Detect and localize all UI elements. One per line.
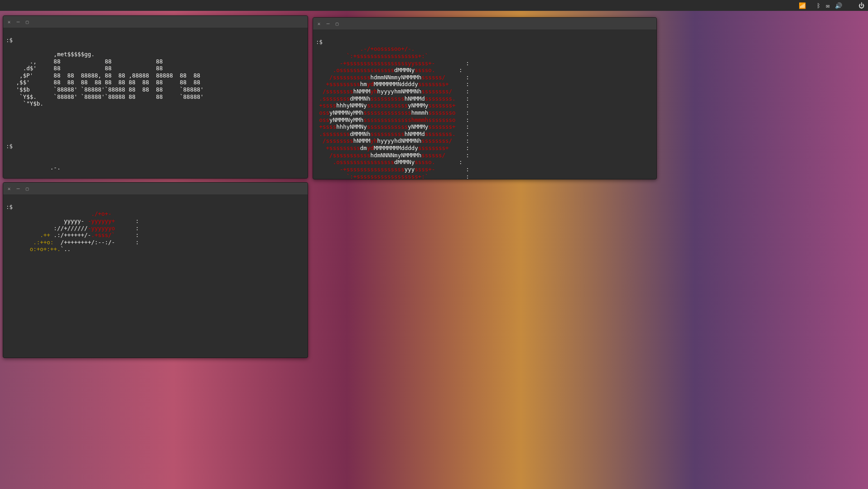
desktop: ✕ ─ ▢ :$ ,met$$$$$gg. ., 88 88 88 .d$' 8… [0,11,868,471]
terminal-body[interactable]: :$ .-/+oossssoo+/-. `:+sssssssssssssssss… [313,29,656,179]
bluetooth-icon[interactable]: ᛒ [817,2,820,9]
close-icon[interactable]: ✕ [6,185,12,192]
minimize-icon[interactable]: ─ [15,185,21,192]
power-icon[interactable]: ⏻ [858,2,864,9]
minimize-icon[interactable]: ─ [325,20,331,27]
terminal-neofetch[interactable]: ✕ ─ ▢ :$ .-/+oossssoo+/-. `:+sssssssssss… [313,17,657,179]
titlebar[interactable]: ✕ ─ ▢ [313,18,656,29]
top-menubar: 📶 ᛒ ✉ 🔊 ⏻ [0,0,868,11]
terminal-body[interactable]: :$ ./+o+- yyyyy- -yyyyyy+ : ://+//////-y… [3,194,308,255]
close-icon[interactable]: ✕ [6,19,12,25]
titlebar[interactable]: ✕ ─ ▢ [3,183,308,194]
maximize-icon[interactable]: ▢ [334,20,340,27]
terminal-screenfetch[interactable]: ✕ ─ ▢ :$ ./+o+- yyyyy- -yyyyyy+ : ://+//… [3,182,308,358]
minimize-icon[interactable]: ─ [15,19,21,25]
terminal-body[interactable]: :$ ,met$$$$$gg. ., 88 88 88 .d$' 88 88 8… [3,28,308,179]
titlebar[interactable]: ✕ ─ ▢ [3,16,308,28]
notification-icon[interactable]: ✉ [826,2,829,9]
volume-icon[interactable]: 🔊 [835,2,842,9]
wifi-icon[interactable]: 📶 [799,2,806,9]
terminal-linuxlogo[interactable]: ✕ ─ ▢ :$ ,met$$$$$gg. ., 88 88 88 .d$' 8… [3,15,308,179]
close-icon[interactable]: ✕ [316,20,322,27]
maximize-icon[interactable]: ▢ [24,185,30,192]
maximize-icon[interactable]: ▢ [24,19,30,25]
